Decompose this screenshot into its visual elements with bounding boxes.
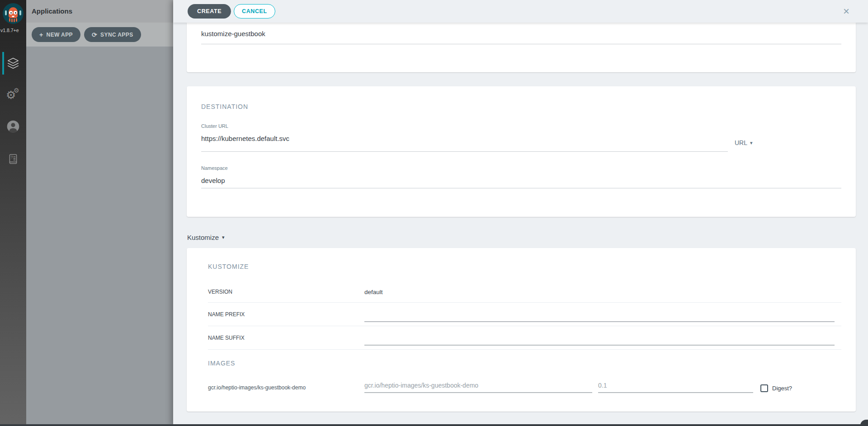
- chevron-down-icon: ▾: [222, 235, 225, 240]
- page-title: Applications: [26, 0, 173, 22]
- sidebar-item-docs[interactable]: ?: [0, 146, 26, 172]
- docs-icon: ?: [7, 153, 19, 165]
- chevron-down-icon: ▾: [750, 140, 753, 145]
- destination-card: DESTINATION Cluster URL URL ▾ Namespace: [187, 86, 856, 217]
- source-type-dropdown[interactable]: Kustomize ▾: [187, 232, 225, 242]
- cancel-button[interactable]: CANCEL: [234, 4, 275, 19]
- image-row: gcr.io/heptio-images/ks-guestbook-demo D…: [208, 382, 841, 393]
- name-prefix-input[interactable]: [364, 309, 835, 322]
- cluster-url-label: Cluster URL: [201, 123, 841, 129]
- general-card: [187, 23, 856, 72]
- version-label: VERSION: [208, 289, 364, 295]
- name-suffix-row: NAME SUFFIX: [208, 326, 841, 350]
- layers-icon: [6, 56, 20, 70]
- digest-field: Digest?: [760, 384, 792, 392]
- version-value: default: [364, 289, 841, 295]
- cluster-mode-dropdown[interactable]: URL ▾: [735, 139, 753, 146]
- sidebar-item-applications[interactable]: [0, 51, 26, 76]
- kustomize-card: KUSTOMIZE VERSION default NAME PREFIX NA…: [187, 248, 856, 412]
- sidebar-item-user[interactable]: [0, 114, 26, 139]
- create-application-panel: CREATE CANCEL × DESTINATION Cluster URL …: [173, 0, 868, 426]
- sync-icon: ⟳: [92, 31, 97, 38]
- image-tag-input[interactable]: [598, 382, 753, 393]
- version-row: VERSION default: [208, 281, 841, 303]
- images-heading: IMAGES: [208, 360, 841, 367]
- image-name-label: gcr.io/heptio-images/ks-guestbook-demo: [208, 384, 364, 391]
- name-suffix-input[interactable]: [364, 332, 835, 346]
- gear-icon: ⚙ ⚙: [6, 88, 20, 102]
- kustomize-heading: KUSTOMIZE: [208, 263, 841, 270]
- name-suffix-label: NAME SUFFIX: [208, 335, 364, 341]
- create-button[interactable]: CREATE: [188, 4, 231, 19]
- destination-heading: DESTINATION: [201, 103, 841, 110]
- digest-label: Digest?: [772, 385, 792, 392]
- panel-content: DESTINATION Cluster URL URL ▾ Namespace …: [173, 23, 868, 426]
- application-name-input[interactable]: [201, 30, 841, 44]
- cluster-url-input[interactable]: [201, 135, 728, 152]
- user-icon: [6, 119, 20, 134]
- window-bottom-edge: [0, 424, 868, 426]
- argo-logo: [3, 3, 24, 24]
- name-prefix-label: NAME PREFIX: [208, 311, 364, 318]
- namespace-label: Namespace: [201, 165, 841, 171]
- sync-apps-button[interactable]: ⟳ SYNC APPS: [84, 27, 141, 42]
- namespace-input[interactable]: [201, 177, 841, 188]
- svg-text:?: ?: [11, 155, 13, 159]
- image-override-input[interactable]: [364, 382, 592, 393]
- close-icon[interactable]: ×: [843, 6, 849, 17]
- name-prefix-row: NAME PREFIX: [208, 303, 841, 326]
- sidebar-item-settings[interactable]: ⚙ ⚙: [0, 82, 26, 108]
- panel-topbar: CREATE CANCEL ×: [173, 0, 868, 23]
- nav-sidebar: v1.8.7+e ⚙ ⚙: [0, 0, 26, 426]
- digest-checkbox[interactable]: [760, 384, 768, 392]
- new-app-button[interactable]: + NEW APP: [32, 27, 80, 42]
- applications-list-page: Applications + NEW APP ⟳ SYNC APPS: [26, 0, 173, 426]
- version-label: v1.8.7+e: [0, 28, 26, 33]
- applications-toolbar: + NEW APP ⟳ SYNC APPS: [26, 22, 173, 47]
- plus-icon: +: [39, 31, 43, 38]
